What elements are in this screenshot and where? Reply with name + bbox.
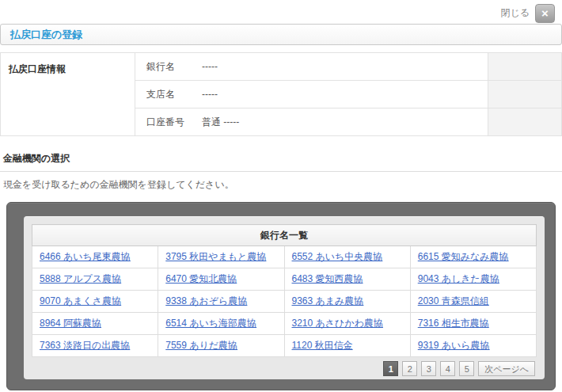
next-page-button[interactable]: 次ページへ [478, 361, 535, 376]
bank-cell: 3210 あさひかわ農協 [284, 313, 410, 335]
account-info-section-label: 払戻口座情報 [1, 53, 135, 136]
bank-cell: 7316 相生市農協 [410, 313, 536, 335]
bank-list-header-row: 銀行名一覧 [32, 225, 537, 246]
account-number-label: 口座番号 [146, 116, 202, 129]
close-button[interactable]: × [535, 4, 555, 23]
page-button[interactable]: 3 [421, 361, 436, 376]
bank-link[interactable]: 3210 あさひかわ農協 [292, 318, 383, 329]
bank-cell: 9338 あおぞら農協 [158, 291, 284, 313]
bank-cell: 2030 青森県信組 [410, 291, 536, 313]
bank-link[interactable]: 9338 あおぞら農協 [165, 295, 247, 306]
branch-name-value: ----- [202, 89, 218, 100]
bank-cell: 5888 アルプス農協 [32, 268, 158, 291]
bank-link[interactable]: 7559 ありだ農協 [165, 340, 237, 351]
bank-cell: 6552 あいち中央農協 [284, 246, 410, 268]
bank-link[interactable]: 9319 あいら農協 [418, 340, 490, 351]
bank-cell: 9043 あしきた農協 [410, 268, 536, 291]
bank-cell: 9363 あまみ農協 [284, 291, 410, 313]
bank-link[interactable]: 3795 秋田やまもと農協 [165, 251, 266, 262]
bank-grid-body: 6466 あいち尾東農協3795 秋田やまもと農協6552 あいち中央農協661… [32, 246, 537, 357]
page-buttons: 12345 [379, 363, 474, 375]
refund-account-modal: 閉じる × 払戻口座の登録 払戻口座情報 銀行名----- 支店名----- [0, 0, 562, 392]
bank-cell: 6466 あいち尾東農協 [32, 246, 158, 268]
bank-cell: 7363 淡路日の出農協 [32, 335, 158, 357]
pagination: 12345次ページへ [32, 357, 537, 376]
bank-list-table: 銀行名一覧 6466 あいち尾東農協3795 秋田やまもと農協6552 あいち中… [32, 224, 537, 357]
bank-link[interactable]: 6514 あいち海部農協 [165, 318, 256, 329]
page-button[interactable]: 4 [440, 361, 455, 376]
close-label: 閉じる [500, 6, 530, 20]
bank-link[interactable]: 7363 淡路日の出農協 [40, 340, 130, 351]
bank-link[interactable]: 7316 相生市農協 [418, 318, 489, 329]
account-info-table: 払戻口座情報 銀行名----- 支店名----- 口座番号普通 ----- [0, 52, 562, 136]
institution-select-heading: 金融機関の選択 [0, 152, 562, 172]
page-button[interactable]: 2 [402, 361, 417, 376]
bank-list-panel: 銀行名一覧 6466 あいち尾東農協3795 秋田やまもと農協6552 あいち中… [6, 202, 556, 390]
empty-cell [488, 81, 562, 108]
bank-link[interactable]: 8964 阿蘇農協 [40, 318, 101, 329]
bank-link[interactable]: 6615 愛知みなみ農協 [418, 251, 509, 262]
branch-name-cell: 支店名----- [135, 81, 488, 108]
bank-cell: 9070 あまくさ農協 [32, 291, 158, 313]
bank-link[interactable]: 1120 秋田信金 [292, 340, 353, 351]
bank-link[interactable]: 6466 あいち尾東農協 [40, 251, 131, 262]
account-number-value: 普通 ----- [202, 116, 239, 127]
account-number-cell: 口座番号普通 ----- [135, 108, 488, 136]
page-button[interactable]: 5 [459, 361, 474, 376]
page-title-text: 払戻口座の登録 [10, 29, 82, 40]
institution-select-description: 現金を受け取るための金融機関を登録してください。 [0, 178, 562, 192]
bank-row: 9070 あまくさ農協9338 あおぞら農協9363 あまみ農協2030 青森県… [32, 291, 537, 313]
bank-cell: 6514 あいち海部農協 [158, 313, 284, 335]
bank-row: 7363 淡路日の出農協7559 ありだ農協1120 秋田信金9319 あいら農… [32, 335, 537, 357]
bank-cell: 1120 秋田信金 [284, 335, 410, 357]
modal-top-bar: 閉じる × [0, 0, 562, 24]
bank-link[interactable]: 5888 アルプス農協 [40, 273, 121, 284]
account-info-row: 払戻口座情報 銀行名----- [1, 53, 562, 81]
bank-list-inner-panel: 銀行名一覧 6466 あいち尾東農協3795 秋田やまもと農協6552 あいち中… [24, 216, 545, 379]
bank-row: 6466 あいち尾東農協3795 秋田やまもと農協6552 あいち中央農協661… [32, 246, 537, 268]
empty-cell [488, 108, 562, 136]
bank-link[interactable]: 2030 青森県信組 [418, 295, 489, 306]
bank-link[interactable]: 6552 あいち中央農協 [292, 251, 383, 262]
bank-list-header: 銀行名一覧 [32, 225, 537, 246]
bank-cell: 7559 ありだ農協 [158, 335, 284, 357]
bank-cell: 9319 あいら農協 [410, 335, 536, 357]
bank-name-value: ----- [202, 61, 218, 72]
bank-link[interactable]: 9043 あしきた農協 [418, 273, 499, 284]
bank-row: 5888 アルプス農協6470 愛知北農協6483 愛知西農協9043 あしきた… [32, 268, 537, 291]
branch-name-label: 支店名 [146, 88, 202, 101]
page-title: 払戻口座の登録 [0, 24, 562, 45]
bank-cell: 6483 愛知西農協 [284, 268, 410, 291]
bank-cell: 6615 愛知みなみ農協 [410, 246, 536, 268]
bank-name-cell: 銀行名----- [135, 53, 488, 81]
page-button-active[interactable]: 1 [383, 361, 398, 376]
bank-cell: 8964 阿蘇農協 [32, 313, 158, 335]
bank-cell: 3795 秋田やまもと農協 [158, 246, 284, 268]
bank-name-label: 銀行名 [146, 60, 202, 74]
bank-link[interactable]: 9363 あまみ農協 [292, 295, 364, 306]
bank-link[interactable]: 6483 愛知西農協 [292, 273, 363, 284]
empty-cell [488, 53, 562, 81]
bank-link[interactable]: 6470 愛知北農協 [165, 273, 237, 284]
bank-link[interactable]: 9070 あまくさ農協 [40, 295, 121, 306]
bank-row: 8964 阿蘇農協6514 あいち海部農協3210 あさひかわ農協7316 相生… [32, 313, 537, 335]
bank-cell: 6470 愛知北農協 [158, 268, 284, 291]
close-icon: × [541, 6, 549, 20]
